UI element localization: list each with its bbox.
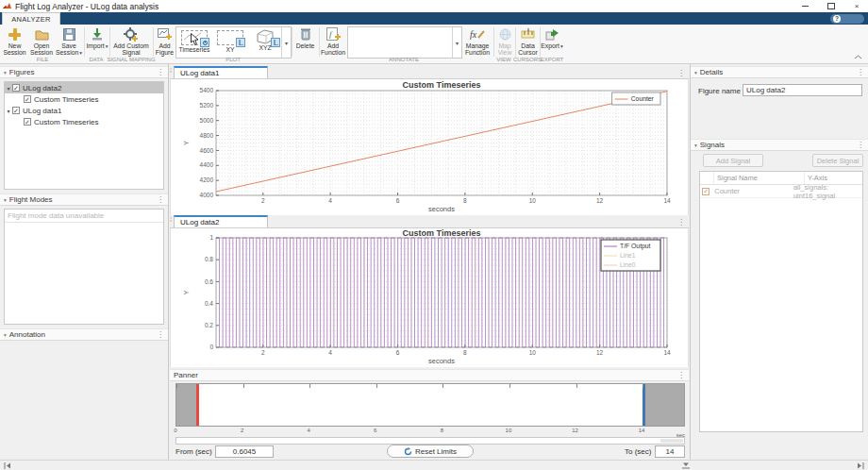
annotation-panel-title: Annotation: [9, 330, 45, 339]
maximize-button[interactable]: [819, 0, 843, 12]
tree-node-custom-timeseries-1[interactable]: Custom Timeseries: [5, 93, 163, 105]
svg-text:12: 12: [596, 349, 604, 356]
svg-text:6: 6: [396, 349, 400, 356]
annotate-gallery: ▾: [347, 26, 462, 59]
reset-limits-button[interactable]: Reset Limits: [387, 445, 474, 458]
data-cursor-icon: [521, 26, 535, 42]
tab-ulog-data1[interactable]: ULog data1: [174, 66, 268, 78]
signal-checkbox[interactable]: [702, 188, 709, 195]
annotation-panel-header[interactable]: ▾ Annotation ⋮: [0, 328, 168, 341]
ribbon-collapse-icon[interactable]: [854, 54, 862, 59]
timeseries-chart-tf-output[interactable]: 246810121400.20.40.60.81Custom Timeserie…: [173, 228, 688, 367]
svg-text:4000: 4000: [200, 192, 214, 198]
add-custom-signal-button[interactable]: Add Custom Signal: [111, 26, 151, 56]
flight-modes-placeholder: Flight mode data unavailable: [5, 210, 163, 223]
figure-name-input[interactable]: [743, 84, 862, 96]
details-menu-icon[interactable]: ⋮: [857, 68, 864, 76]
figures-panel-title: Figures: [9, 68, 35, 76]
flight-modes-panel-title: Flight Modes: [9, 195, 53, 204]
delete-signal-button[interactable]: Delete Signal: [812, 154, 863, 167]
svg-text:Line1: Line1: [620, 252, 636, 259]
tree-node-custom-timeseries-2[interactable]: Custom Timeseries: [5, 116, 163, 127]
annotation-menu-icon[interactable]: ⋮: [157, 330, 164, 339]
panner-tick: [309, 384, 310, 388]
node-checkbox[interactable]: [24, 118, 31, 126]
panner-strip[interactable]: [175, 383, 685, 427]
xy-badge-icon: [236, 38, 245, 47]
node-checkbox[interactable]: [12, 84, 20, 92]
panner-tick-label: 6: [369, 428, 382, 433]
add-function-icon: f: [326, 26, 341, 42]
flight-log-analyzer-window: Flight Log Analyzer - ULog data analysis…: [0, 0, 868, 470]
panner-tick-label: 10: [502, 428, 515, 433]
figure1-menu-icon[interactable]: ⋮: [677, 69, 685, 77]
panner-outside-right: [645, 384, 685, 426]
export-button[interactable]: Export: [542, 26, 562, 50]
scrollbar-thumb[interactable]: [660, 439, 683, 443]
figure2-menu-icon[interactable]: ⋮: [677, 218, 685, 227]
gallery-item-xy[interactable]: XY: [213, 28, 247, 53]
add-function-button[interactable]: f Add Function: [321, 26, 345, 56]
tree-node-ulog-data2[interactable]: ▾ ULog data2: [5, 82, 163, 93]
expand-icon[interactable]: ▾: [5, 108, 12, 114]
tree-node-ulog-data1[interactable]: ▾ ULog data1: [5, 105, 163, 116]
signals-menu-icon[interactable]: ⋮: [857, 141, 864, 149]
panner-from-handle[interactable]: [196, 384, 199, 426]
mouse-cursor: [191, 33, 199, 45]
map-view-button: Map View: [495, 26, 514, 56]
plot-gallery-dropdown[interactable]: ▾: [281, 27, 291, 58]
delete-button[interactable]: Delete: [293, 26, 317, 49]
timeseries-badge-icon: [200, 38, 209, 47]
open-session-button[interactable]: Open Session: [28, 26, 55, 56]
save-session-button[interactable]: Save Session: [55, 26, 83, 57]
svg-text:2: 2: [261, 349, 265, 356]
matlab-logo-icon: [3, 2, 11, 10]
signal-name: Counter: [711, 187, 791, 195]
import-button[interactable]: Import: [86, 26, 108, 50]
group-label-file: FILE: [14, 57, 71, 62]
details-panel-title: Details: [700, 68, 723, 76]
from-input[interactable]: [215, 445, 274, 458]
signal-row-counter[interactable]: Counter all_signals: uint16_signal: [700, 185, 862, 198]
from-label: From (sec): [175, 445, 212, 459]
panner-menu-icon[interactable]: ⋮: [677, 371, 685, 379]
to-input[interactable]: [655, 445, 685, 458]
node-checkbox[interactable]: [12, 107, 20, 114]
figures-menu-icon[interactable]: ⋮: [157, 68, 164, 76]
close-button[interactable]: ×: [845, 0, 868, 12]
help-button[interactable]: ?: [830, 14, 864, 24]
manage-function-button[interactable]: fx Manage Function: [462, 26, 492, 56]
node-checkbox[interactable]: [24, 95, 31, 103]
signals-panel-header[interactable]: ▾ Signals ⋮: [691, 139, 868, 151]
panner-panel-header[interactable]: Panner ⋮: [170, 369, 689, 381]
expand-icon[interactable]: ▾: [5, 85, 12, 92]
panner-to-handle[interactable]: [643, 384, 645, 426]
data-cursor-button[interactable]: Data Cursor: [517, 26, 539, 56]
flight-modes-panel-header[interactable]: ▾ Flight Modes ⋮: [0, 193, 168, 206]
details-panel-header[interactable]: ▾ Details ⋮: [691, 66, 868, 78]
minimize-button[interactable]: [793, 0, 817, 12]
svg-text:4600: 4600: [200, 147, 214, 154]
svg-text:0.2: 0.2: [205, 322, 213, 328]
collapse-left-panel-icon[interactable]: [4, 462, 11, 469]
timeseries-chart-counter[interactable]: 2468101214400042004400460048005000520054…: [173, 79, 688, 215]
add-figure-button[interactable]: Add Figure: [155, 26, 175, 56]
flight-modes-menu-icon[interactable]: ⋮: [157, 195, 164, 204]
group-label-plot: PLOT: [195, 57, 271, 62]
xyz-icon: [253, 29, 277, 44]
manage-function-icon: fx: [470, 26, 485, 42]
svg-text:0.8: 0.8: [205, 256, 213, 262]
tab-analyzer[interactable]: ANALYZER: [2, 12, 60, 25]
figures-panel-header[interactable]: ▾ Figures ⋮: [0, 66, 168, 78]
signal-y-axis: all_signals: uint16_signal: [791, 183, 862, 200]
panner-tick: [576, 384, 577, 388]
gallery-item-xyz[interactable]: XYZ: [248, 28, 282, 51]
new-session-button[interactable]: New Session: [2, 26, 27, 56]
tab-ulog-data2[interactable]: ULog data2: [174, 215, 268, 227]
add-signal-button[interactable]: Add Signal: [703, 154, 763, 167]
panner-scrollbar[interactable]: [175, 437, 685, 445]
collapse-panner-icon[interactable]: [682, 462, 690, 469]
collapse-right-panel-icon[interactable]: [857, 462, 864, 469]
collapse-arrow-icon: ▾: [4, 197, 7, 203]
annotate-gallery-dropdown[interactable]: ▾: [452, 27, 461, 58]
